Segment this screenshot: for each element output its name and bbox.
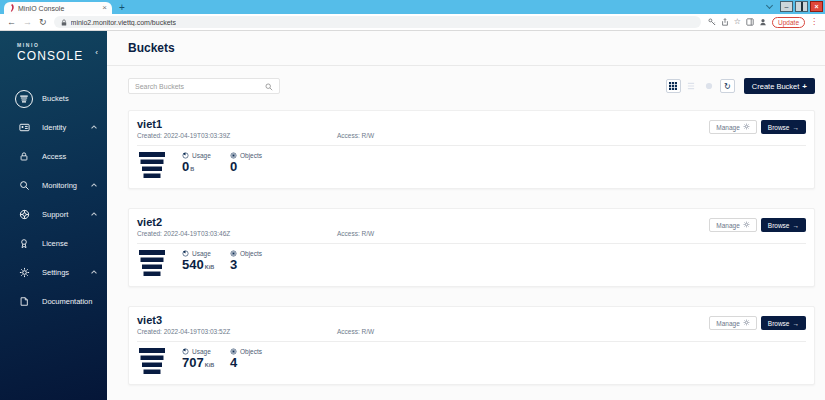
manage-button[interactable]: Manage bbox=[709, 218, 757, 232]
bucket-icon bbox=[137, 152, 167, 179]
create-bucket-label: Create Bucket bbox=[752, 82, 800, 91]
browse-button[interactable]: Browse → bbox=[761, 218, 806, 232]
usage-label: Usage bbox=[192, 348, 211, 355]
minio-console-app: MINIO CONSOLE ‹ Buckets Identity bbox=[0, 31, 825, 400]
controls-row: ↻ Create Bucket + bbox=[128, 78, 815, 94]
bulk-select-button[interactable] bbox=[702, 79, 717, 93]
tab-close-icon[interactable]: × bbox=[102, 4, 107, 12]
bucket-icon bbox=[15, 90, 33, 108]
objects-label-row: Objects bbox=[230, 348, 264, 355]
objects-stat: Objects 0 bbox=[230, 152, 264, 179]
window-close-button[interactable]: × bbox=[810, 1, 823, 12]
gear-icon bbox=[743, 221, 750, 229]
support-icon bbox=[15, 206, 33, 224]
sidebar-item-monitoring[interactable]: Monitoring bbox=[0, 171, 107, 200]
brand-minio: MINIO bbox=[17, 42, 107, 48]
arrow-right-icon: → bbox=[793, 124, 800, 131]
brand-console: CONSOLE bbox=[17, 49, 107, 63]
usage-unit: KiB bbox=[205, 264, 214, 270]
new-tab-button[interactable]: + bbox=[119, 2, 125, 13]
usage-unit: KiB bbox=[205, 362, 214, 368]
sidebar-item-label: Monitoring bbox=[42, 181, 77, 190]
objects-value: 0 bbox=[230, 160, 264, 174]
toolbar-right-icons: ☆ Update ⋮ bbox=[708, 17, 818, 28]
usage-pie-icon bbox=[182, 152, 189, 159]
sidebar-item-label: Settings bbox=[42, 268, 69, 277]
sidebar-collapse-icon[interactable]: ‹ bbox=[95, 48, 98, 57]
share-icon[interactable] bbox=[721, 18, 729, 26]
usage-label-row: Usage bbox=[182, 348, 216, 355]
sidebar-item-license[interactable]: License bbox=[0, 229, 107, 258]
back-button[interactable]: ← bbox=[7, 18, 16, 27]
reload-button[interactable]: ↻ bbox=[39, 18, 47, 27]
create-bucket-button[interactable]: Create Bucket + bbox=[744, 78, 815, 94]
window-maximize-button[interactable] bbox=[795, 1, 808, 12]
sidebar-item-documentation[interactable]: Documentation bbox=[0, 287, 107, 316]
chevron-up-icon bbox=[91, 125, 97, 131]
sidebar-item-identity[interactable]: Identity bbox=[0, 113, 107, 142]
sidebar-item-label: Documentation bbox=[42, 297, 92, 306]
manage-label: Manage bbox=[716, 124, 740, 131]
key-icon[interactable] bbox=[708, 18, 716, 26]
access-lock-icon bbox=[15, 148, 33, 166]
sidebar-item-buckets[interactable]: Buckets bbox=[0, 84, 107, 113]
sidebar-item-settings[interactable]: Settings bbox=[0, 258, 107, 287]
identity-icon bbox=[15, 119, 33, 137]
objects-value: 4 bbox=[230, 356, 264, 370]
sidebar-item-label: Support bbox=[42, 210, 68, 219]
refresh-button[interactable]: ↻ bbox=[720, 79, 735, 93]
objects-icon bbox=[230, 348, 237, 355]
bucket-meta: Created: 2022-04-19T03:03:39Z Access: R/… bbox=[137, 132, 806, 146]
browser-menu-icon[interactable]: ⋮ bbox=[810, 18, 818, 26]
bucket-created: Created: 2022-04-19T03:03:39Z bbox=[137, 132, 337, 139]
minio-favicon-icon bbox=[9, 4, 15, 13]
bucket-meta: Created: 2022-04-19T03:03:52Z Access: R/… bbox=[137, 328, 806, 342]
url-text: minio2.monitor.viettq.com/buckets bbox=[71, 19, 176, 26]
gear-icon bbox=[15, 264, 33, 282]
usage-label: Usage bbox=[192, 152, 211, 159]
usage-pie-icon bbox=[182, 250, 189, 257]
maximize-icon bbox=[801, 2, 803, 11]
bucket-card-viet3: viet3 Created: 2022-04-19T03:03:52Z Acce… bbox=[128, 306, 815, 385]
sidebar-nav: Buckets Identity Access Monitoring bbox=[0, 84, 107, 316]
browser-tab[interactable]: MinIO Console × bbox=[4, 2, 112, 14]
list-view-button[interactable] bbox=[684, 79, 699, 93]
objects-label: Objects bbox=[240, 348, 262, 355]
chevron-down-icon[interactable] bbox=[766, 1, 773, 8]
sidebar-item-support[interactable]: Support bbox=[0, 200, 107, 229]
profile-icon[interactable] bbox=[759, 18, 767, 26]
gear-icon bbox=[743, 123, 750, 131]
search-input[interactable] bbox=[135, 83, 265, 90]
objects-icon bbox=[230, 250, 237, 257]
browser-titlebar: MinIO Console × + – × bbox=[0, 0, 825, 14]
bucket-icon bbox=[137, 250, 167, 277]
forward-button[interactable]: → bbox=[23, 18, 32, 27]
usage-pie-icon bbox=[182, 348, 189, 355]
window-minimize-button[interactable]: – bbox=[780, 1, 793, 12]
sidebar-item-access[interactable]: Access bbox=[0, 142, 107, 171]
objects-stat: Objects 4 bbox=[230, 348, 264, 375]
manage-button[interactable]: Manage bbox=[709, 120, 757, 134]
objects-label: Objects bbox=[240, 152, 262, 159]
bucket-list: viet1 Created: 2022-04-19T03:03:39Z Acce… bbox=[128, 110, 815, 385]
side-panel-icon[interactable] bbox=[746, 18, 754, 26]
manage-button[interactable]: Manage bbox=[709, 316, 757, 330]
documentation-icon bbox=[15, 293, 33, 311]
grid-view-button[interactable] bbox=[666, 79, 681, 93]
arrow-right-icon: → bbox=[793, 222, 800, 229]
usage-value: 707KiB bbox=[182, 356, 216, 370]
bookmark-star-icon[interactable]: ☆ bbox=[734, 18, 741, 26]
browse-button[interactable]: Browse → bbox=[761, 316, 806, 330]
bucket-created: Created: 2022-04-19T03:03:46Z bbox=[137, 230, 337, 237]
plus-icon: + bbox=[802, 82, 807, 91]
bucket-stats: Usage 707KiB Objects 4 bbox=[137, 348, 806, 375]
view-actions: ↻ Create Bucket + bbox=[666, 78, 815, 94]
bucket-created: Created: 2022-04-19T03:03:52Z bbox=[137, 328, 337, 335]
browse-button[interactable]: Browse → bbox=[761, 120, 806, 134]
address-bar[interactable]: minio2.monitor.viettq.com/buckets bbox=[54, 16, 701, 28]
browser-update-button[interactable]: Update bbox=[772, 17, 805, 28]
main-content: Buckets ↻ Create bbox=[107, 31, 825, 400]
browse-label: Browse bbox=[768, 222, 790, 229]
arrow-right-icon: → bbox=[793, 320, 800, 327]
bucket-name: viet3 bbox=[137, 314, 806, 326]
